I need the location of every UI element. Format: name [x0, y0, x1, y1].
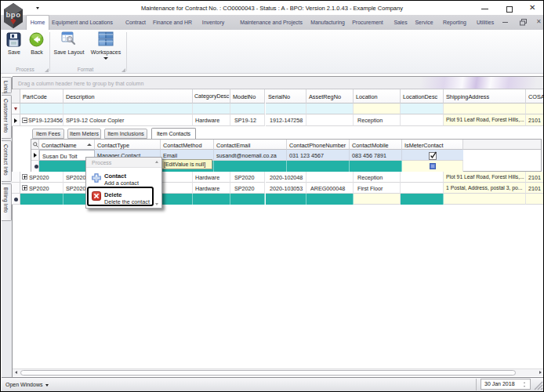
svg-text:bpo: bpo	[5, 10, 20, 19]
